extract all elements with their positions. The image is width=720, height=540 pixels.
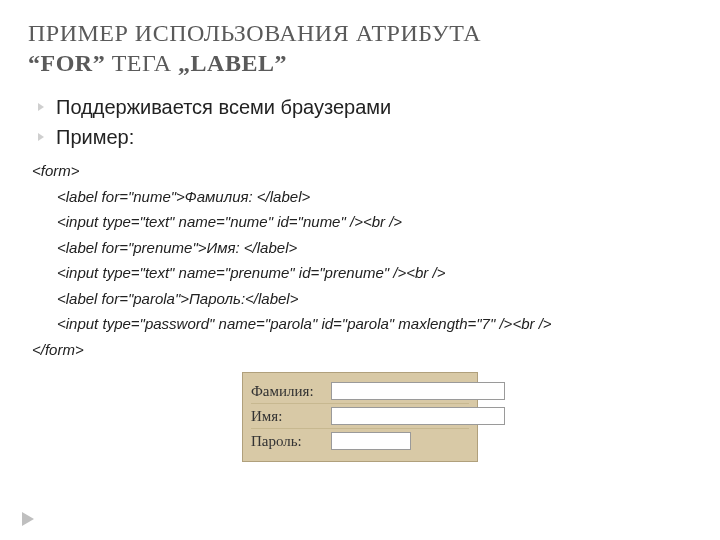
label-firstname: Имя: [251, 408, 331, 425]
slide-title: ПРИМЕР ИСПОЛЬЗОВАНИЯ АТРИБУТА “FOR” ТЕГА… [28, 18, 692, 78]
label-lastname: Фамилия: [251, 383, 331, 400]
bullet-support: Поддерживается всеми браузерами [38, 92, 692, 122]
nav-arrow-icon [22, 512, 34, 526]
bullet-list: Поддерживается всеми браузерами Пример: [28, 92, 692, 152]
input-lastname[interactable] [331, 382, 505, 400]
slide: ПРИМЕР ИСПОЛЬЗОВАНИЯ АТРИБУТА “FOR” ТЕГА… [0, 0, 720, 540]
row-firstname: Имя: [251, 404, 469, 429]
form-demo: Фамилия: Имя: Пароль: [242, 372, 478, 462]
row-lastname: Фамилия: [251, 379, 469, 404]
bullet-example: Пример: [38, 122, 692, 152]
bullet-example-text: Пример: [56, 126, 134, 148]
code-sample: <form> <label for="nume">Фамилия: </labe… [32, 158, 692, 362]
title-line1: ПРИМЕР ИСПОЛЬЗОВАНИЯ АТРИБУТА [28, 20, 481, 46]
row-password: Пароль: [251, 429, 469, 453]
input-password[interactable] [331, 432, 411, 450]
title-label: „LABEL” [178, 50, 287, 76]
input-firstname[interactable] [331, 407, 505, 425]
title-tega: ТЕГА [105, 50, 178, 76]
label-password: Пароль: [251, 433, 331, 450]
title-for: “FOR” [28, 50, 105, 76]
bullet-support-text: Поддерживается всеми браузерами [56, 96, 391, 118]
